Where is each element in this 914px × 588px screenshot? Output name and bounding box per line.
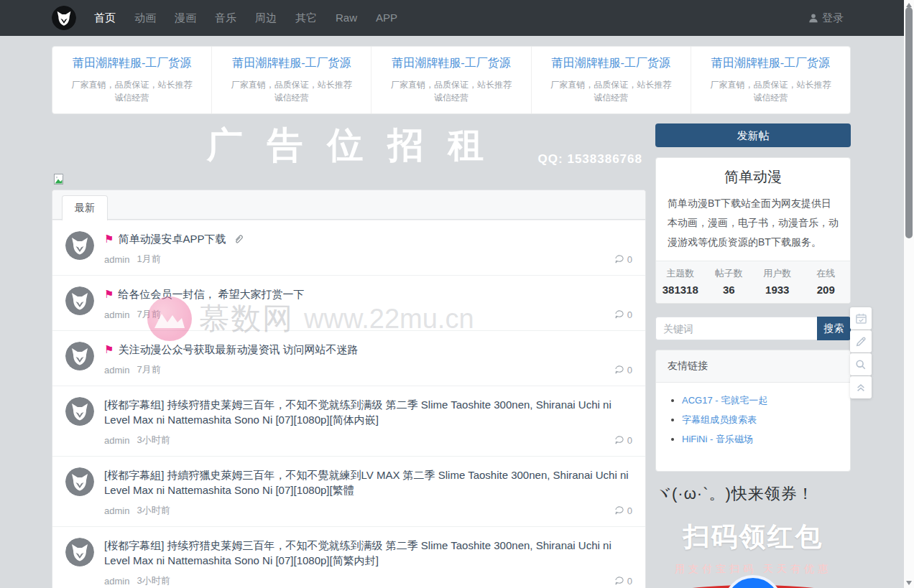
comment-count: 0 xyxy=(615,576,632,587)
login-label: 登录 xyxy=(822,0,844,36)
search-bar: 搜索 xyxy=(655,317,851,340)
nav-items: 首页 动画 漫画 音乐 周边 其它 Raw APP xyxy=(85,0,407,36)
comment-count: 0 xyxy=(615,435,632,446)
post-author[interactable]: admin xyxy=(104,505,129,516)
ad-title: 莆田潮牌鞋服-工厂货源 xyxy=(552,56,670,71)
post-author[interactable]: admin xyxy=(104,254,129,265)
post-time: 7月前 xyxy=(137,363,160,376)
about-panel: 简单动漫 简单动漫BT下载站全面为网友提供日本动画，漫画，电子书，动漫音乐，动漫… xyxy=(655,157,851,304)
post-time: 3小时前 xyxy=(137,504,170,517)
post-title[interactable]: [桜都字幕组] 持续狩猎史莱姆三百年，不知不觉就练到满级 第二季 Slime T… xyxy=(104,539,611,566)
ad-title: 莆田潮牌鞋服-工厂货源 xyxy=(392,56,510,71)
friend-link-item: ACG17 - 宅就宅一起 xyxy=(682,394,839,407)
ad-subtitle: 厂家直销，品质保证，站长推荐诚信经营 xyxy=(72,78,193,104)
post-time: 3小时前 xyxy=(137,434,170,447)
ad-title: 莆田潮牌鞋服-工厂货源 xyxy=(232,56,351,71)
nav-item-home[interactable]: 首页 xyxy=(85,0,125,36)
login-button[interactable]: 登录 xyxy=(808,0,844,36)
page: 首页 动画 漫画 音乐 周边 其它 Raw APP 登录 莆田潮牌鞋服-工厂货源… xyxy=(0,0,914,588)
scrollbar-thumb[interactable] xyxy=(905,7,913,238)
scroll-down-arrow[interactable] xyxy=(906,581,912,585)
checkin-button[interactable] xyxy=(850,307,872,330)
pencil-icon xyxy=(855,336,867,347)
compose-button[interactable] xyxy=(850,330,872,353)
nav-item-anime[interactable]: 动画 xyxy=(125,0,165,36)
avatar xyxy=(65,342,94,370)
friend-links-panel: 友情链接 ACG17 - 宅就宅一起 字幕组成员搜索表 HiFiNi - 音乐磁… xyxy=(655,350,851,472)
search-icon xyxy=(855,359,867,370)
sidebar: 发新帖 简单动漫 简单动漫BT下载站全面为网友提供日本动画，漫画，电子书，动漫音… xyxy=(655,123,851,576)
friend-link[interactable]: HiFiNi - 音乐磁场 xyxy=(682,434,753,444)
coupon-heading: ヾ(·ω·`。)快来领券！ xyxy=(655,483,851,505)
nav-item-other[interactable]: 其它 xyxy=(286,0,326,36)
scrollbar[interactable] xyxy=(904,0,914,588)
red-packet-title: 扫码领红包 xyxy=(655,505,851,555)
search-button[interactable]: 搜索 xyxy=(817,317,851,340)
ad-card[interactable]: 莆田潮牌鞋服-工厂货源 厂家直销，品质保证，站长推荐诚信经营 xyxy=(691,47,850,113)
stat-posts: 帖子数 36 xyxy=(705,267,754,296)
sticky-flag-icon: ⚑ xyxy=(104,342,114,357)
forum-row[interactable]: ⚑简单动漫安卓APP下载 admin 1月前 0 xyxy=(52,220,645,275)
stat-users: 用户数 1933 xyxy=(753,267,802,296)
post-title[interactable]: [桜都字幕组] 持续狩猎史莱姆三百年，不知不觉就练到满级 第二季 Slime T… xyxy=(104,398,611,426)
ad-banner[interactable]: 广 告 位 招 租 QQ: 1538386768 xyxy=(52,122,646,168)
post-time: 7月前 xyxy=(137,308,160,321)
post-author[interactable]: admin xyxy=(104,435,129,446)
ad-card[interactable]: 莆田潮牌鞋服-工厂货源 厂家直销，品质保证，站长推荐诚信经营 xyxy=(371,47,531,113)
forum-row[interactable]: ⚑给各位会员一封信， 希望大家打赏一下 admin 7月前 0 xyxy=(52,275,645,330)
forum-row[interactable]: ⚑关注动漫公众号获取最新动漫资讯 访问网站不迷路 admin 7月前 0 xyxy=(52,330,645,386)
forum-row[interactable]: [桜都字幕组] 持续狩猎史莱姆三百年，不知不觉就练到满级 第二季 Slime T… xyxy=(52,526,645,588)
ad-cards-row: 莆田潮牌鞋服-工厂货源 厂家直销，品质保证，站长推荐诚信经营 莆田潮牌鞋服-工厂… xyxy=(52,46,851,114)
comment-icon xyxy=(615,436,624,444)
comment-icon xyxy=(615,577,624,585)
floating-toolbar xyxy=(850,307,872,399)
avatar xyxy=(65,397,94,426)
forum-row[interactable]: [桜都字幕组] 持续狩猎史莱姆三百年，不知不觉就练到满级 第二季 Slime T… xyxy=(52,386,645,456)
comment-count: 0 xyxy=(615,505,632,516)
comment-count: 0 xyxy=(615,309,632,320)
ad-subtitle: 厂家直销，品质保证，站长推荐诚信经营 xyxy=(231,78,352,104)
search-input[interactable] xyxy=(655,317,817,340)
search-fab-button[interactable] xyxy=(850,353,872,375)
friend-link[interactable]: ACG17 - 宅就宅一起 xyxy=(682,395,767,406)
nav-item-goods[interactable]: 周边 xyxy=(246,0,286,36)
post-title[interactable]: 简单动漫安卓APP下载 xyxy=(118,233,226,245)
main-column: 广 告 位 招 租 QQ: 1538386768 最新 ⚑简单动漫安卓APP下载 xyxy=(52,122,646,588)
post-time: 3小时前 xyxy=(137,574,170,587)
post-title[interactable]: [桜都字幕組] 持續狩獵史萊姆三百年，不知不覺就練到LV MAX 第二季 Sli… xyxy=(104,469,629,496)
comment-icon xyxy=(615,506,624,515)
nav-item-music[interactable]: 音乐 xyxy=(206,0,246,36)
forum-panel: 最新 ⚑简单动漫安卓APP下载 admin 1月前 xyxy=(52,190,646,588)
back-to-top-button[interactable] xyxy=(850,376,872,398)
ad-card[interactable]: 莆田潮牌鞋服-工厂货源 厂家直销，品质保证，站长推荐诚信经营 xyxy=(532,47,691,113)
red-packet-ad[interactable]: 扫码领红包 用支付宝扫码 天天有优惠 支 xyxy=(655,505,851,576)
post-author[interactable]: admin xyxy=(104,365,129,375)
site-description: 简单动漫BT下载站全面为网友提供日本动画，漫画，电子书，动漫音乐，动漫游戏等优质… xyxy=(656,190,850,261)
attachment-icon xyxy=(234,234,243,244)
nav-item-manga[interactable]: 漫画 xyxy=(165,0,206,36)
sticky-flag-icon: ⚑ xyxy=(104,231,114,246)
ad-card[interactable]: 莆田潮牌鞋服-工厂货源 厂家直销，品质保证，站长推荐诚信经营 xyxy=(212,47,371,113)
friend-links-header: 友情链接 xyxy=(656,350,850,383)
ad-subtitle: 厂家直销，品质保证，站长推荐诚信经营 xyxy=(710,78,831,104)
post-title[interactable]: 给各位会员一封信， 希望大家打赏一下 xyxy=(118,288,304,300)
tab-latest[interactable]: 最新 xyxy=(62,195,108,220)
red-packet-subtitle: 用支付宝扫码 天天有优惠 xyxy=(655,563,851,576)
site-logo-icon[interactable] xyxy=(52,6,76,30)
nav-item-app[interactable]: APP xyxy=(366,0,407,36)
user-icon xyxy=(808,13,818,23)
forum-row[interactable]: [桜都字幕組] 持續狩獵史萊姆三百年，不知不覺就練到LV MAX 第二季 Sli… xyxy=(52,456,645,526)
post-time: 1月前 xyxy=(137,253,160,266)
avatar xyxy=(65,286,94,315)
friend-link[interactable]: 字幕组成员搜索表 xyxy=(682,414,757,425)
post-title[interactable]: 关注动漫公众号获取最新动漫资讯 访问网站不迷路 xyxy=(118,343,358,355)
ad-title: 莆田潮牌鞋服-工厂货源 xyxy=(73,56,191,71)
ad-card[interactable]: 莆田潮牌鞋服-工厂货源 厂家直销，品质保证，站长推荐诚信经营 xyxy=(52,47,212,113)
ad-title: 莆田潮牌鞋服-工厂货源 xyxy=(711,56,830,71)
nav-item-raw[interactable]: Raw xyxy=(326,0,366,36)
post-author[interactable]: admin xyxy=(104,576,129,587)
comment-count: 0 xyxy=(615,365,632,375)
new-post-button[interactable]: 发新帖 xyxy=(655,123,851,147)
ad-banner-qq: QQ: 1538386768 xyxy=(538,152,642,167)
post-author[interactable]: admin xyxy=(104,309,129,320)
